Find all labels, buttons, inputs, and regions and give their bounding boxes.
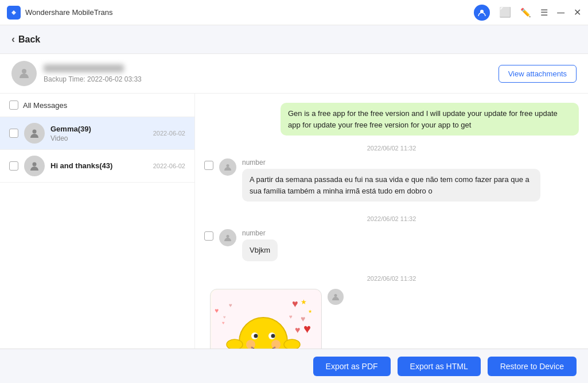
- window-icon[interactable]: ⬜: [499, 7, 511, 17]
- svg-text:♥: ♥: [229, 302, 232, 308]
- profile-backup-time: Backup Time: 2022-06-02 03:33: [44, 75, 499, 83]
- svg-text:♥: ♥: [215, 307, 219, 315]
- profile-row: Backup Time: 2022-06-02 03:33 View attac…: [0, 54, 588, 94]
- gemma-date: 2022-06-02: [153, 130, 185, 137]
- back-label: Back: [18, 34, 40, 45]
- export-pdf-button[interactable]: Export as PDF: [313, 357, 391, 376]
- svg-point-3: [33, 130, 37, 134]
- account-icon[interactable]: [474, 5, 490, 21]
- svg-text:♥: ♥: [289, 314, 293, 320]
- svg-point-5: [227, 164, 229, 167]
- hi-thanks-avatar: [24, 156, 45, 176]
- hi-thanks-name: Hi and thanks(43): [50, 161, 147, 170]
- svg-point-19: [254, 334, 258, 338]
- svg-point-31: [334, 294, 337, 297]
- hi-thanks-date: 2022-06-02: [153, 163, 185, 169]
- svg-text:♥: ♥: [292, 298, 298, 310]
- msg-2-sender: number: [242, 229, 579, 237]
- msg-2-avatar: [219, 229, 236, 246]
- svg-text:★: ★: [308, 309, 312, 314]
- svg-text:★: ★: [301, 298, 307, 306]
- svg-point-6: [227, 235, 229, 238]
- msg-1-bubble: A partir da semana passada eu fui na sua…: [242, 169, 540, 202]
- gemma-checkbox[interactable]: [9, 129, 18, 138]
- left-panel: All Messages Gemma(39) Video: [0, 94, 195, 349]
- right-panel: Gen is a free app for the free version a…: [195, 94, 588, 349]
- split-area: All Messages Gemma(39) Video: [0, 94, 588, 349]
- msg-2-checkbox[interactable]: [204, 231, 213, 241]
- close-button[interactable]: ✕: [574, 8, 581, 17]
- svg-point-23: [227, 339, 243, 349]
- msg-1-content: number A partir da semana passada eu fui…: [242, 158, 579, 202]
- svg-point-24: [284, 339, 300, 349]
- hi-thanks-info: Hi and thanks(43): [50, 161, 147, 171]
- profile-avatar: [11, 61, 37, 86]
- timestamp-3: 2022/06/02 11:32: [204, 275, 579, 282]
- svg-point-4: [33, 163, 37, 167]
- titlebar: Wondershare MobileTrans ⬜ ✏️ ☰ ─ ✕: [0, 0, 588, 25]
- edit-icon[interactable]: ✏️: [520, 8, 531, 17]
- msg-2-content: number Vbjkm: [242, 229, 579, 261]
- msg-2-bubble: Vbjkm: [242, 239, 278, 261]
- menu-icon[interactable]: ☰: [540, 8, 548, 17]
- svg-point-20: [271, 334, 275, 338]
- gemma-info: Gemma(39) Video: [50, 125, 147, 142]
- profile-name-blurred: [44, 64, 124, 72]
- back-header: ‹ Back: [0, 25, 588, 54]
- window-controls: ⬜ ✏️ ☰ ─ ✕: [474, 5, 581, 21]
- sticker-msg-avatar: [328, 289, 344, 305]
- hi-thanks-checkbox[interactable]: [9, 161, 18, 171]
- svg-text:♥: ♥: [295, 325, 301, 335]
- action-bar: Export as PDF Export as HTML Restore to …: [0, 349, 588, 383]
- all-messages-row: All Messages: [0, 94, 194, 117]
- msg-1-avatar: [219, 158, 236, 176]
- outgoing-message: Gen is a free app for the free version a…: [204, 103, 579, 136]
- svg-text:♥: ♥: [303, 322, 311, 336]
- message-block-2: number Vbjkm: [204, 229, 579, 261]
- conversation-item-gemma[interactable]: Gemma(39) Video 2022-06-02: [0, 117, 194, 150]
- gemma-preview: Video: [50, 134, 147, 142]
- view-attachments-button[interactable]: View attachments: [499, 65, 577, 83]
- back-button[interactable]: ‹ Back: [11, 33, 577, 45]
- sticker-message-block: ♥ ♥ ♥ ♥ ♥ ♥ ♥: [204, 289, 579, 349]
- timestamp-2: 2022/06/02 11:32: [204, 215, 579, 222]
- conversation-item-hi-and-thanks[interactable]: Hi and thanks(43) 2022-06-02: [0, 150, 194, 183]
- gemma-avatar: [24, 123, 45, 144]
- app-title: Wondershare MobileTrans: [25, 8, 474, 17]
- svg-text:♥: ♥: [223, 315, 226, 320]
- msg-1-sender: number: [242, 158, 579, 167]
- msg-1-checkbox[interactable]: [204, 161, 213, 170]
- gemma-name: Gemma(39): [50, 125, 147, 133]
- restore-to-device-button[interactable]: Restore to Device: [488, 357, 577, 376]
- timestamp-1: 2022/06/02 11:32: [204, 145, 579, 152]
- content-area: Backup Time: 2022-06-02 03:33 View attac…: [0, 54, 588, 349]
- back-arrow-icon: ‹: [11, 33, 15, 45]
- sticker-image: ♥ ♥ ♥ ♥ ♥ ♥ ♥: [210, 289, 322, 349]
- minimize-button[interactable]: ─: [557, 7, 564, 18]
- outgoing-bubble: Gen is a free app for the free version a…: [281, 103, 579, 136]
- profile-info: Backup Time: 2022-06-02 03:33: [44, 64, 499, 83]
- svg-text:♥: ♥: [222, 320, 225, 326]
- message-block-1: number A partir da semana passada eu fui…: [204, 158, 579, 202]
- main-content: Backup Time: 2022-06-02 03:33 View attac…: [0, 54, 588, 383]
- export-html-button[interactable]: Export as HTML: [398, 357, 481, 376]
- all-messages-label[interactable]: All Messages: [23, 101, 67, 110]
- svg-point-2: [22, 69, 26, 73]
- app-logo: [7, 6, 21, 20]
- all-messages-checkbox[interactable]: [9, 100, 18, 110]
